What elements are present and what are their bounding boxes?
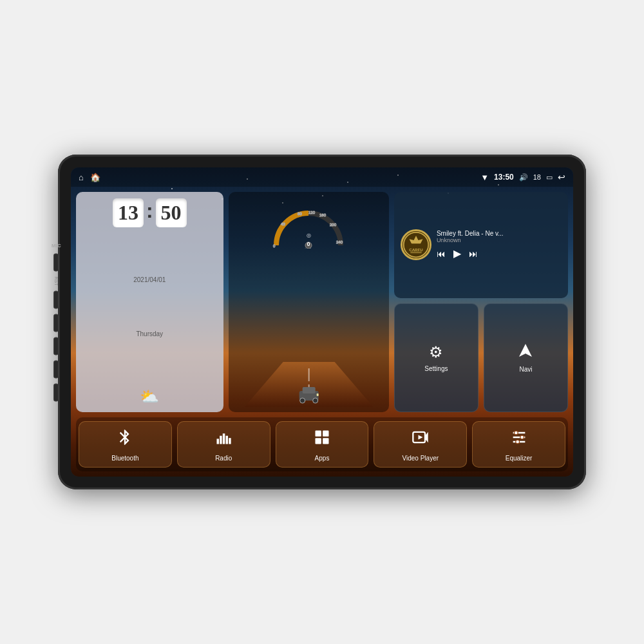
back-icon[interactable]: ↩ <box>558 172 565 182</box>
svg-rect-27 <box>220 436 222 444</box>
svg-rect-31 <box>315 431 321 437</box>
gear-icon: ⚙ <box>429 343 443 361</box>
settings-label: Settings <box>424 365 448 372</box>
svg-point-17 <box>299 398 305 403</box>
clock-display: 13 : 50 <box>82 198 217 227</box>
car-head-unit: MIC RST <box>58 155 586 489</box>
svg-text:CARFU: CARFU <box>409 247 423 252</box>
music-controls: ⏮ ▶ ⏭ <box>437 247 562 260</box>
widgets-row: 13 : 50 2021/04/01 Thursday ⛅ <box>76 192 568 412</box>
svg-rect-26 <box>217 439 220 444</box>
navi-button[interactable]: Navi <box>484 303 568 413</box>
screen: ⌂ 🏠 ▼ 13:50 🔊 18 ▭ ↩ 13 : <box>71 167 573 477</box>
next-button[interactable]: ⏭ <box>469 249 478 259</box>
music-info: Smiley ft. Delia - Ne v... Unknown ⏮ ▶ ⏭ <box>437 230 562 260</box>
apps-row: Bluetooth Radio <box>76 417 568 471</box>
svg-text:80: 80 <box>298 212 302 216</box>
clock-colon: : <box>146 198 153 227</box>
svg-point-43 <box>515 440 519 444</box>
side-buttons: MIC RST <box>52 243 61 402</box>
settings-button[interactable]: ⚙ Settings <box>394 303 478 413</box>
svg-text:160: 160 <box>319 213 327 217</box>
video-player-label: Video Player <box>402 455 439 462</box>
equalizer-label: Equalizer <box>506 455 533 462</box>
home-status-icon[interactable]: ⌂ <box>79 173 84 182</box>
svg-marker-37 <box>418 435 422 440</box>
apps-button[interactable]: Apps <box>276 421 369 468</box>
house-icon[interactable]: 🏠 <box>90 173 100 182</box>
radio-icon <box>214 428 232 451</box>
status-bar: ⌂ 🏠 ▼ 13:50 🔊 18 ▭ ↩ <box>71 167 573 187</box>
video-icon <box>412 428 430 451</box>
svg-marker-25 <box>519 344 532 357</box>
power-button[interactable] <box>53 291 59 309</box>
speedometer-widget: 0 40 80 120 160 200 240 ◎ <box>229 192 389 412</box>
speedometer-gauge: 0 40 80 120 160 200 240 ◎ <box>267 197 350 249</box>
vol-up-button[interactable] <box>53 361 59 379</box>
svg-rect-30 <box>229 438 231 444</box>
album-art: CARFU <box>401 229 431 260</box>
svg-text:240: 240 <box>336 240 343 244</box>
nav-settings-row: ⚙ Settings Navi <box>394 303 568 413</box>
equalizer-button[interactable]: Equalizer <box>472 421 565 468</box>
clock-date: 2021/04/01 <box>82 276 217 283</box>
bluetooth-icon <box>116 428 134 451</box>
radio-label: Radio <box>215 455 232 462</box>
wifi-icon: ▼ <box>480 173 489 182</box>
road-svg <box>234 362 384 407</box>
vol-down-button[interactable] <box>53 384 59 402</box>
home-side-button[interactable] <box>53 314 59 332</box>
svg-point-42 <box>520 435 524 439</box>
radio-button[interactable]: Radio <box>177 421 270 468</box>
main-content: 13 : 50 2021/04/01 Thursday ⛅ <box>71 187 573 477</box>
svg-rect-33 <box>315 438 321 444</box>
right-column: CARFU Smiley ft. Delia - Ne v... Unknown… <box>394 192 568 412</box>
album-art-svg: CARFU <box>402 229 430 260</box>
svg-rect-34 <box>323 438 328 444</box>
svg-point-18 <box>312 398 317 403</box>
play-button[interactable]: ▶ <box>453 247 461 260</box>
music-title: Smiley ft. Delia - Ne v... <box>437 230 562 237</box>
svg-point-20 <box>402 231 430 258</box>
weather-section: ⛅ <box>82 388 217 406</box>
prev-button[interactable]: ⏮ <box>437 249 446 259</box>
svg-text:40: 40 <box>281 222 285 226</box>
svg-text:200: 200 <box>330 223 337 227</box>
clock-hours: 13 <box>113 198 144 227</box>
battery-icon: ▭ <box>546 173 553 182</box>
status-right: ▼ 13:50 🔊 18 ▭ ↩ <box>480 172 565 182</box>
svg-text:km/h: km/h <box>305 247 312 249</box>
status-time: 13:50 <box>494 173 514 182</box>
clock-minutes: 50 <box>156 198 187 227</box>
svg-rect-28 <box>223 433 225 444</box>
equalizer-icon <box>510 428 528 451</box>
svg-rect-32 <box>323 431 328 437</box>
back-side-button[interactable] <box>53 337 59 355</box>
video-player-button[interactable]: Video Player <box>374 421 467 468</box>
clock-day: Thursday <box>82 330 217 337</box>
volume-level: 18 <box>533 173 541 181</box>
apps-label: Apps <box>315 455 330 462</box>
svg-text:0: 0 <box>307 241 310 247</box>
bluetooth-label: Bluetooth <box>111 455 138 462</box>
clock-widget: 13 : 50 2021/04/01 Thursday ⛅ <box>76 192 223 412</box>
svg-text:120: 120 <box>308 211 316 214</box>
svg-rect-29 <box>226 436 229 444</box>
svg-text:◎: ◎ <box>307 232 311 238</box>
music-widget[interactable]: CARFU Smiley ft. Delia - Ne v... Unknown… <box>394 192 568 298</box>
status-left: ⌂ 🏠 <box>79 173 100 182</box>
svg-rect-16 <box>302 387 315 393</box>
volume-icon: 🔊 <box>519 173 528 182</box>
navigation-icon <box>518 343 533 362</box>
rst-button[interactable] <box>53 254 59 272</box>
road-scene <box>234 362 384 407</box>
svg-rect-24 <box>410 252 422 254</box>
rst-label: RST <box>54 277 59 286</box>
mic-label: MIC <box>52 243 61 249</box>
apps-icon <box>313 428 331 451</box>
svg-point-41 <box>514 431 518 435</box>
bluetooth-button[interactable]: Bluetooth <box>79 421 172 468</box>
navi-label: Navi <box>519 366 532 373</box>
svg-rect-19 <box>316 393 318 396</box>
weather-icon: ⛅ <box>140 388 159 406</box>
